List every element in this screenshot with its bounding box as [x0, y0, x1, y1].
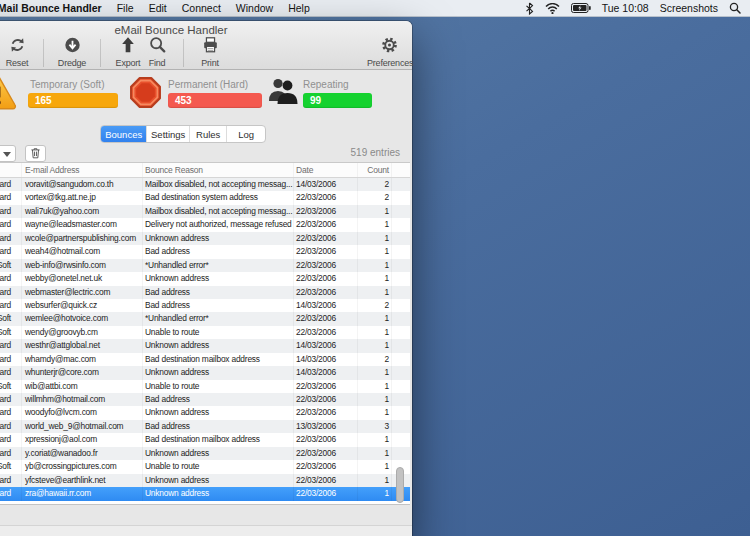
counter-soft-label: Temporary (Soft) — [30, 79, 104, 90]
table-row[interactable]: Hardxpressionj@aol.comBad destination ma… — [0, 433, 410, 446]
cell-email: vortex@tkg.att.ne.jp — [22, 191, 143, 204]
cell-scroll — [392, 420, 410, 433]
cell-reason: Bad address — [143, 299, 294, 312]
cell-count: 2 — [358, 299, 392, 312]
column-header-reason[interactable]: Bounce Reason — [143, 163, 294, 177]
table-row[interactable]: Hardzra@hawaii.rr.comUnknown address22/0… — [0, 487, 410, 500]
menu-help[interactable]: Help — [288, 2, 310, 14]
cell-date: 14/03/2006 — [294, 339, 358, 352]
table-row[interactable]: Hardwali7uk@yahoo.comMailbox disabled, n… — [0, 205, 410, 218]
cell-email: whamdy@mac.com — [22, 353, 143, 366]
menu-file[interactable]: File — [117, 2, 134, 14]
cell-type: Hard — [0, 353, 22, 366]
vertical-scrollbar[interactable] — [396, 467, 404, 503]
cell-email: wendy@groovyb.cm — [22, 326, 143, 339]
table-row[interactable]: Softweb-info@rwsinfo.com*Unhandled error… — [0, 259, 410, 272]
table-row[interactable]: Hardvoravit@sangudom.co.thMailbox disabl… — [0, 178, 410, 191]
table-row[interactable]: Hardwebby@onetel.net.ukUnknown address22… — [0, 272, 410, 285]
cell-scroll — [392, 218, 410, 231]
cell-email: whunterjr@core.com — [22, 366, 143, 379]
app-window: eMail Bounce Handler Reset Dredge Exp — [0, 21, 412, 536]
cell-date: 14/03/2006 — [294, 353, 358, 366]
cell-scroll — [392, 406, 410, 419]
dredge-button[interactable]: Dredge — [50, 36, 94, 68]
table-row[interactable]: Hardwillmhm@hotmail.comBad address22/03/… — [0, 393, 410, 406]
table-row[interactable]: Softwib@attbi.comUnable to route22/03/20… — [0, 380, 410, 393]
window-title: eMail Bounce Handler — [0, 24, 412, 36]
tab-log[interactable]: Log — [227, 126, 265, 142]
table-row[interactable]: Softwendy@groovyb.cmUnable to route22/03… — [0, 326, 410, 339]
column-header-count[interactable]: Count — [358, 163, 392, 177]
cell-scroll — [392, 205, 410, 218]
menu-clock[interactable]: Tue 10:08 — [602, 2, 649, 14]
cell-scroll — [392, 245, 410, 258]
cell-email: westhr@attglobal.net — [22, 339, 143, 352]
table-row[interactable]: Hardwhunterjr@core.comUnknown address14/… — [0, 366, 410, 379]
table-body: Hardvoravit@sangudom.co.thMailbox disabl… — [0, 178, 410, 501]
table-row[interactable]: Hardweah4@hotmail.comBad address22/03/20… — [0, 245, 410, 258]
cell-email: webmaster@lectric.com — [22, 286, 143, 299]
cell-type: Hard — [0, 487, 22, 500]
table-row[interactable]: Hardwebmaster@lectric.comBad address22/0… — [0, 286, 410, 299]
cell-scroll — [392, 312, 410, 325]
tab-settings[interactable]: Settings — [147, 126, 189, 142]
table-row[interactable]: Hardworld_web_9@hotmail.comBad address13… — [0, 420, 410, 433]
tab-rules[interactable]: Rules — [190, 126, 228, 142]
cell-type: Hard — [0, 339, 22, 352]
cell-reason: Bad destination mailbox address — [143, 433, 294, 446]
wifi-icon[interactable] — [545, 3, 560, 14]
column-header-type[interactable] — [0, 163, 22, 177]
reset-icon — [8, 40, 27, 57]
column-header-date[interactable]: Date — [294, 163, 358, 177]
cell-email: willmhm@hotmail.com — [22, 393, 143, 406]
bluetooth-icon[interactable] — [525, 2, 534, 15]
cell-date: 22/03/2006 — [294, 326, 358, 339]
cell-type: Hard — [0, 191, 22, 204]
table-row[interactable]: Hardwhamdy@mac.comBad destination mailbo… — [0, 353, 410, 366]
cell-type: Hard — [0, 272, 22, 285]
cell-date: 22/03/2006 — [294, 393, 358, 406]
cell-email: y.coriat@wanadoo.fr — [22, 447, 143, 460]
filter-dropdown[interactable] — [0, 145, 16, 162]
cell-scroll — [392, 393, 410, 406]
table-row[interactable]: Hardwesthr@attglobal.netUnknown address1… — [0, 339, 410, 352]
table-row[interactable]: Hardyfcsteve@earthlink.netUnknown addres… — [0, 474, 410, 487]
cell-date: 22/03/2006 — [294, 245, 358, 258]
counter-hard-value: 453 — [168, 93, 262, 108]
cell-date: 22/03/2006 — [294, 218, 358, 231]
battery-icon[interactable] — [571, 3, 591, 13]
menu-app-name[interactable]: eMail Bounce Handler — [0, 2, 102, 14]
cell-type: Hard — [0, 299, 22, 312]
tab-bounces[interactable]: Bounces — [101, 126, 147, 142]
desktop: eMail Bounce Handler File Edit Connect W… — [0, 0, 750, 536]
table-row[interactable]: Hardwayne@leadsmaster.comDelivery not au… — [0, 218, 410, 231]
menu-window[interactable]: Window — [236, 2, 273, 14]
dredge-icon — [63, 40, 82, 57]
find-button[interactable]: Find — [135, 36, 179, 68]
table-row[interactable]: Softyb@crossingpictures.comUnable to rou… — [0, 460, 410, 473]
cell-type: Soft — [0, 380, 22, 393]
print-button[interactable]: Print — [188, 36, 232, 68]
reset-button[interactable]: Reset — [0, 36, 39, 68]
cell-scroll — [392, 447, 410, 460]
cell-count: 1 — [358, 380, 392, 393]
menu-screenshots[interactable]: Screenshots — [660, 2, 718, 14]
spotlight-icon[interactable] — [729, 2, 741, 14]
cell-type: Hard — [0, 178, 22, 191]
table-row[interactable]: Hardwoodyfo@lvcm.comUnknown address22/03… — [0, 406, 410, 419]
menu-connect[interactable]: Connect — [182, 2, 221, 14]
table-row[interactable]: Hardwebsurfer@quick.czBad address14/03/2… — [0, 299, 410, 312]
table-row[interactable]: Softwemlee@hotvoice.com*Unhandled error*… — [0, 312, 410, 325]
cell-email: weah4@hotmail.com — [22, 245, 143, 258]
menu-edit[interactable]: Edit — [149, 2, 167, 14]
cell-email: zra@hawaii.rr.com — [22, 487, 143, 500]
table-row[interactable]: Hardwcole@partnerspublishing.comUnknown … — [0, 232, 410, 245]
preferences-button[interactable]: Preferences — [367, 36, 411, 68]
table-row[interactable]: Hardvortex@tkg.att.ne.jpBad destination … — [0, 191, 410, 204]
delete-button[interactable] — [25, 145, 46, 162]
cell-type: Hard — [0, 245, 22, 258]
cell-type: Hard — [0, 447, 22, 460]
column-header-email[interactable]: E-mail Address — [22, 163, 143, 177]
cell-email: world_web_9@hotmail.com — [22, 420, 143, 433]
table-row[interactable]: Hardy.coriat@wanadoo.frUnknown address22… — [0, 447, 410, 460]
